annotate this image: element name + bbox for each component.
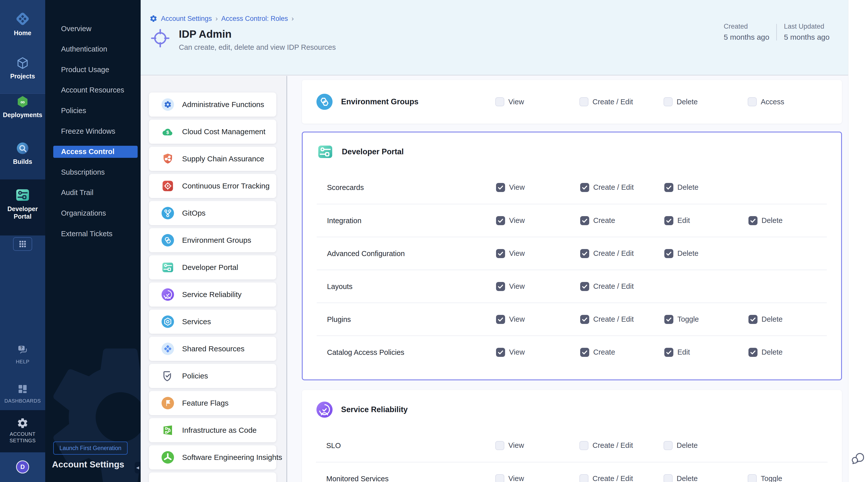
permission-checkbox-toggle[interactable] bbox=[748, 474, 757, 482]
rail-item-projects[interactable]: Projects bbox=[0, 56, 45, 80]
resource-card-services[interactable]: Services bbox=[149, 310, 276, 334]
resource-card-cloud-cost-management[interactable]: $Cloud Cost Management bbox=[149, 120, 276, 144]
resource-card-label: Shared Resources bbox=[182, 344, 244, 353]
permission-checkbox-edit[interactable] bbox=[664, 216, 673, 225]
permission-group: ViewCreateEditDelete bbox=[496, 336, 833, 368]
permission-checkbox-delete[interactable] bbox=[663, 97, 673, 106]
permission-label: Edit bbox=[677, 348, 690, 356]
settings-nav-item-external-tickets[interactable]: External Tickets bbox=[53, 228, 137, 240]
permission-cell: Edit bbox=[664, 348, 748, 357]
resource-card-service-reliability[interactable]: Service Reliability bbox=[149, 282, 276, 307]
permission-checkbox-view[interactable] bbox=[495, 474, 504, 482]
user-avatar[interactable]: D bbox=[16, 460, 29, 474]
settings-nav-item-organizations[interactable]: Organizations bbox=[53, 207, 137, 219]
launch-first-generation-button[interactable]: Launch First Generation bbox=[53, 442, 128, 455]
settings-nav-item-account-resources[interactable]: Account Resources bbox=[53, 84, 137, 96]
shared-resources-icon bbox=[161, 342, 175, 356]
permission-section-developer-portal[interactable]: Developer PortalScorecardsViewCreate / E… bbox=[302, 132, 842, 380]
permission-label: Create / Edit bbox=[592, 98, 633, 106]
resource-card-policies[interactable]: Policies bbox=[149, 364, 276, 388]
rail-item-builds[interactable]: Builds bbox=[0, 141, 45, 165]
resource-card-partial[interactable] bbox=[149, 473, 276, 482]
permission-label: View bbox=[509, 315, 525, 324]
permission-checkbox-create-edit[interactable] bbox=[580, 183, 589, 192]
permission-checkbox-toggle[interactable] bbox=[664, 315, 673, 324]
resource-card-continuous-error-tracking[interactable]: Continuous Error Tracking bbox=[149, 174, 276, 198]
rail-item-developer-portal[interactable]: Developer Portal bbox=[0, 187, 45, 220]
resource-card-gitops[interactable]: GitOps bbox=[149, 201, 276, 225]
section-rows: ScorecardsViewCreate / EditDeleteIntegra… bbox=[317, 171, 827, 368]
permission-checkbox-view[interactable] bbox=[496, 216, 505, 225]
resource-card-administrative-functions[interactable]: Administrative Functions bbox=[149, 92, 276, 117]
permission-checkbox-delete[interactable] bbox=[664, 249, 673, 258]
rail-item-help[interactable]: ? HELP bbox=[0, 344, 45, 365]
resource-card-software-engineering-insights[interactable]: Software Engineering Insights bbox=[149, 445, 276, 470]
settings-nav-item-policies[interactable]: Policies bbox=[53, 104, 137, 117]
permission-cell: View bbox=[496, 315, 580, 324]
permission-label: Access bbox=[761, 98, 784, 106]
permission-checkbox-create-edit[interactable] bbox=[580, 97, 588, 106]
permission-checkbox-create-edit[interactable] bbox=[580, 282, 589, 291]
permission-sections: Environment GroupsViewCreate / EditDelet… bbox=[287, 80, 848, 482]
permission-checkbox-create[interactable] bbox=[580, 216, 589, 225]
permission-checkbox-delete[interactable] bbox=[664, 183, 673, 192]
rail-item-dashboards[interactable]: DASHBOARDS bbox=[0, 383, 45, 404]
resource-card-feature-flags[interactable]: Feature Flags bbox=[149, 391, 276, 415]
permission-checkbox-create-edit[interactable] bbox=[580, 315, 589, 324]
permission-label: View bbox=[509, 216, 525, 225]
settings-nav-item-authentication[interactable]: Authentication bbox=[53, 43, 137, 55]
settings-sidebar: OverviewAuthenticationProduct UsageAccou… bbox=[45, 0, 141, 482]
permission-group: ViewCreate / EditDeleteAccess bbox=[495, 80, 832, 124]
settings-nav-item-access-control[interactable]: Access Control bbox=[53, 146, 137, 158]
rail-item-home[interactable]: Home bbox=[0, 10, 45, 37]
permission-checkbox-edit[interactable] bbox=[664, 348, 673, 357]
permission-checkbox-view[interactable] bbox=[496, 315, 505, 324]
role-meta: Created 5 months ago Last Updated 5 mont… bbox=[717, 23, 837, 41]
breadcrumb-link-access-control-roles[interactable]: Access Control: Roles bbox=[221, 15, 288, 23]
row-label: Advanced Configuration bbox=[327, 249, 405, 258]
help-chat-icon: ? bbox=[17, 344, 29, 356]
last-updated-block: Last Updated 5 months ago bbox=[777, 23, 837, 41]
row-label: Layouts bbox=[327, 282, 352, 291]
sidebar-collapse-button[interactable]: ◀ bbox=[135, 462, 141, 474]
section-title: Service Reliability bbox=[341, 405, 408, 414]
resource-card-supply-chain-assurance[interactable]: Supply Chain Assurance bbox=[149, 147, 276, 171]
permission-checkbox-delete[interactable] bbox=[663, 474, 673, 482]
permission-label: Create / Edit bbox=[593, 183, 634, 191]
resource-card-developer-portal[interactable]: Developer Portal bbox=[149, 255, 276, 279]
settings-nav-item-audit-trail[interactable]: Audit Trail bbox=[53, 187, 137, 199]
permission-checkbox-delete[interactable] bbox=[748, 315, 757, 324]
resource-card-shared-resources[interactable]: Shared Resources bbox=[149, 337, 276, 361]
permission-checkbox-access[interactable] bbox=[748, 97, 757, 106]
rail-item-deployments[interactable]: ∞ Deployments bbox=[0, 94, 45, 119]
row-label: Catalog Access Policies bbox=[327, 348, 404, 356]
permission-checkbox-create-edit[interactable] bbox=[580, 249, 589, 258]
support-chat-icon[interactable] bbox=[851, 451, 866, 466]
settings-nav-item-product-usage[interactable]: Product Usage bbox=[53, 64, 137, 76]
permission-checkbox-create-edit[interactable] bbox=[580, 474, 588, 482]
permission-checkbox-create[interactable] bbox=[580, 348, 589, 357]
rail-item-account-settings[interactable]: ACCOUNT SETTINGS bbox=[0, 417, 45, 444]
module-switcher-button[interactable] bbox=[13, 237, 32, 251]
permission-checkbox-delete[interactable] bbox=[748, 216, 757, 225]
permission-checkbox-view[interactable] bbox=[496, 282, 505, 291]
permission-checkbox-view[interactable] bbox=[495, 441, 504, 450]
settings-nav-item-overview[interactable]: Overview bbox=[53, 23, 137, 35]
permission-row-slo: SLOViewCreate / EditDelete bbox=[316, 429, 828, 462]
settings-nav-item-freeze-windows[interactable]: Freeze Windows bbox=[53, 125, 137, 137]
permission-checkbox-view[interactable] bbox=[496, 183, 505, 192]
resource-card-environment-groups[interactable]: Environment Groups bbox=[149, 228, 276, 252]
permission-label: View bbox=[508, 441, 524, 450]
resource-card-infrastructure-as-code[interactable]: Infrastructure as Code bbox=[149, 418, 276, 442]
permission-checkbox-view[interactable] bbox=[496, 348, 505, 357]
permission-checkbox-view[interactable] bbox=[496, 249, 505, 258]
permission-checkbox-delete[interactable] bbox=[663, 441, 673, 450]
breadcrumb-link-account-settings[interactable]: Account Settings bbox=[161, 15, 212, 23]
settings-nav-item-subscriptions[interactable]: Subscriptions bbox=[53, 166, 137, 178]
row-label: Integration bbox=[327, 216, 362, 225]
permission-cell: Edit bbox=[664, 216, 748, 225]
permission-cell: Create / Edit bbox=[580, 315, 664, 324]
permission-checkbox-view[interactable] bbox=[495, 97, 504, 106]
permission-checkbox-delete[interactable] bbox=[748, 348, 757, 357]
permission-checkbox-create-edit[interactable] bbox=[580, 441, 588, 450]
